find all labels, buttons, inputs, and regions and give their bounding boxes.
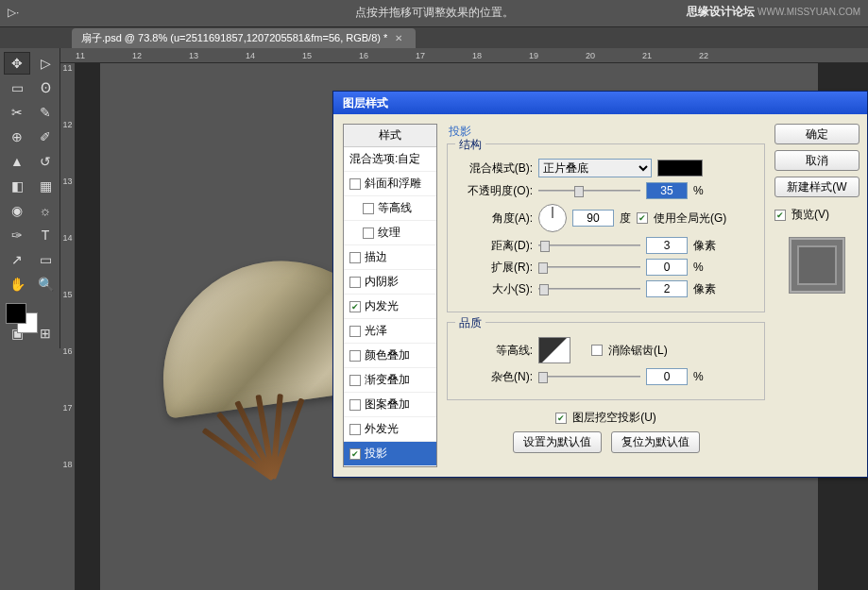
- zoom-tool[interactable]: 🔍: [32, 273, 59, 295]
- move-tool[interactable]: ✥: [4, 52, 30, 75]
- structure-group: 结构 混合模式(B): 正片叠底 不透明度(O): % 角度(A): 度: [447, 143, 765, 312]
- blend-mode-select[interactable]: 正片叠底: [538, 159, 652, 177]
- panel-title: 投影: [449, 124, 765, 140]
- opacity-label: 不透明度(O):: [459, 183, 533, 199]
- make-default-button[interactable]: 设置为默认值: [513, 431, 602, 453]
- quality-legend: 品质: [455, 315, 485, 331]
- knockout-label: 图层挖空投影(U): [572, 410, 656, 426]
- path-select-tool[interactable]: ▷: [32, 52, 59, 75]
- angle-unit: 度: [620, 211, 631, 227]
- noise-label: 杂色(N):: [459, 369, 533, 385]
- gradient-tool[interactable]: ▦: [32, 175, 59, 197]
- crop-tool[interactable]: ✂: [4, 101, 30, 124]
- dialog-button-column: 确定 取消 新建样式(W 预览(V): [774, 124, 865, 467]
- contour-picker[interactable]: [538, 337, 570, 363]
- distance-label: 距离(D):: [459, 238, 533, 254]
- dodge-tool[interactable]: ☼: [32, 199, 59, 222]
- structure-legend: 结构: [455, 137, 485, 153]
- blend-mode-label: 混合模式(B):: [459, 160, 533, 177]
- layer-style-dialog: 图层样式 样式 混合选项:自定 斜面和浮雕 等高线 纹理 描边 内阴影 内发光 …: [332, 91, 868, 478]
- document-tab-bar: 扇子.psd @ 73.8% (u=2511691857,1207205581&…: [0, 27, 868, 48]
- lasso-tool[interactable]: ʘ: [32, 76, 59, 99]
- antialias-label: 消除锯齿(L): [608, 343, 668, 359]
- knockout-checkbox[interactable]: [555, 413, 567, 424]
- noise-slider[interactable]: [538, 370, 640, 383]
- blur-tool[interactable]: ◉: [4, 199, 30, 222]
- preview-checkbox[interactable]: [774, 210, 786, 221]
- spread-unit: %: [693, 261, 704, 274]
- noise-unit: %: [693, 370, 704, 383]
- quality-group: 品质 等高线: 消除锯齿(L) 杂色(N): %: [447, 322, 765, 400]
- healing-tool[interactable]: ⊕: [4, 126, 30, 148]
- ok-button[interactable]: 确定: [774, 124, 859, 144]
- foreground-color-swatch[interactable]: [6, 303, 26, 324]
- cancel-button[interactable]: 取消: [774, 150, 859, 171]
- opacity-unit: %: [693, 184, 704, 197]
- dialog-title[interactable]: 图层样式: [333, 92, 867, 114]
- distance-slider[interactable]: [538, 239, 640, 252]
- params-panel: 投影 结构 混合模式(B): 正片叠底 不透明度(O): % 角度(A):: [447, 124, 765, 467]
- reset-default-button[interactable]: 复位为默认值: [611, 431, 700, 453]
- bevel-row[interactable]: 斜面和浮雕: [344, 172, 436, 196]
- preview-thumbnail: [789, 237, 845, 294]
- stamp-tool[interactable]: ▲: [4, 150, 30, 173]
- styles-list: 样式 混合选项:自定 斜面和浮雕 等高线 纹理 描边 内阴影 内发光 光泽 颜色…: [343, 124, 437, 467]
- color-overlay-row[interactable]: 颜色叠加: [344, 344, 436, 368]
- noise-input[interactable]: [646, 368, 688, 385]
- size-unit: 像素: [693, 281, 716, 297]
- size-label: 大小(S):: [459, 281, 533, 297]
- texture-row[interactable]: 纹理: [344, 221, 436, 245]
- spread-slider[interactable]: [538, 261, 640, 274]
- move-tool-indicator[interactable]: ▷·: [8, 6, 19, 19]
- size-slider[interactable]: [538, 282, 640, 295]
- distance-input[interactable]: [646, 237, 688, 254]
- contour-label: 等高线:: [459, 343, 533, 359]
- ruler-horizontal: 111213141516171819202122: [60, 48, 868, 63]
- distance-unit: 像素: [693, 238, 716, 254]
- angle-dial[interactable]: [538, 204, 567, 232]
- inner-glow-row[interactable]: 内发光: [344, 295, 436, 319]
- satin-row[interactable]: 光泽: [344, 319, 436, 344]
- color-swatches[interactable]: [4, 301, 59, 335]
- shadow-color-swatch[interactable]: [657, 160, 703, 177]
- gradient-overlay-row[interactable]: 渐变叠加: [344, 368, 436, 393]
- type-tool[interactable]: T: [32, 224, 59, 246]
- tools-panel: ✥ ▷ ▭ ʘ ✂ ✎ ⊕ ✐ ▲ ↺ ◧ ▦ ◉ ☼ ✑ T ↗ ▭ ✋ 🔍 …: [0, 48, 60, 348]
- outer-glow-row[interactable]: 外发光: [344, 417, 436, 442]
- options-hint: 点按并拖移可调整效果的位置。: [355, 5, 514, 21]
- close-icon[interactable]: ✕: [395, 33, 402, 43]
- global-light-checkbox[interactable]: [637, 212, 648, 224]
- preview-label: 预览(V): [791, 207, 829, 223]
- eyedropper-tool[interactable]: ✎: [32, 101, 59, 124]
- antialias-checkbox[interactable]: [591, 345, 603, 356]
- watermark-url: WWW.MISSYUAN.COM: [757, 7, 860, 17]
- ruler-vertical: 1112131415161718: [60, 63, 76, 590]
- global-light-label: 使用全局光(G): [654, 211, 726, 227]
- pattern-overlay-row[interactable]: 图案叠加: [344, 393, 436, 417]
- watermark-brand: 思缘设计论坛: [687, 5, 755, 18]
- document-tab[interactable]: 扇子.psd @ 73.8% (u=2511691857,1207205581&…: [72, 28, 416, 48]
- spread-label: 扩展(R):: [459, 260, 533, 276]
- pen-tool[interactable]: ✑: [4, 224, 30, 246]
- opacity-input[interactable]: [646, 182, 688, 199]
- blending-options-row[interactable]: 混合选项:自定: [344, 147, 436, 172]
- marquee-tool[interactable]: ▭: [4, 76, 30, 99]
- contour-row[interactable]: 等高线: [344, 196, 436, 221]
- opacity-slider[interactable]: [538, 184, 640, 197]
- hand-tool[interactable]: ✋: [4, 273, 30, 295]
- styles-header[interactable]: 样式: [344, 125, 436, 147]
- eraser-tool[interactable]: ◧: [4, 175, 30, 197]
- new-style-button[interactable]: 新建样式(W: [774, 177, 859, 197]
- angle-label: 角度(A):: [459, 211, 533, 227]
- drop-shadow-row[interactable]: 投影: [344, 442, 436, 466]
- brush-tool[interactable]: ✐: [32, 126, 59, 148]
- path-tool[interactable]: ↗: [4, 248, 30, 271]
- size-input[interactable]: [646, 280, 688, 297]
- inner-shadow-row[interactable]: 内阴影: [344, 270, 436, 295]
- document-tab-title: 扇子.psd @ 73.8% (u=2511691857,1207205581&…: [81, 31, 387, 45]
- shape-tool[interactable]: ▭: [32, 248, 59, 271]
- spread-input[interactable]: [646, 259, 688, 276]
- history-brush-tool[interactable]: ↺: [32, 150, 59, 173]
- angle-input[interactable]: [572, 210, 614, 227]
- stroke-row[interactable]: 描边: [344, 245, 436, 270]
